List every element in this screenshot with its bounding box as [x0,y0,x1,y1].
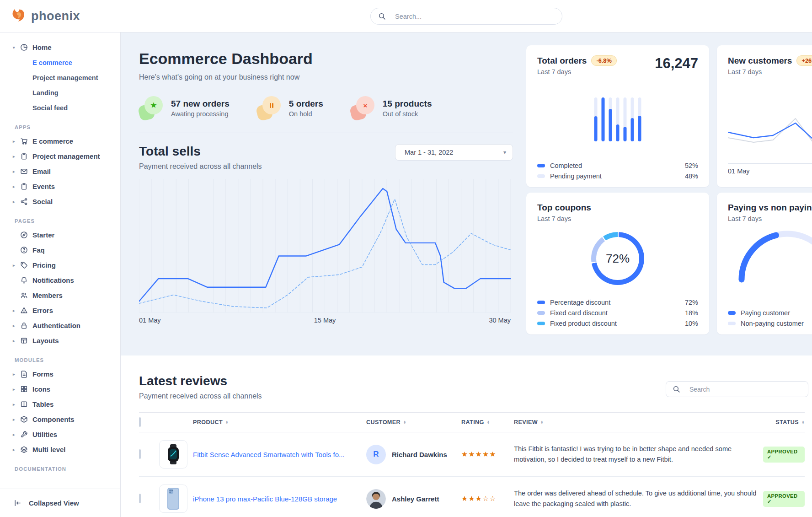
sidebar-item-label: Notifications [32,276,74,284]
paying-period: Last 7 days [728,215,812,222]
grid-icon [20,385,32,393]
caret-icon: ▸ [13,199,20,204]
row-checkbox[interactable] [139,449,141,459]
sidebar-item-starter[interactable]: Starter [0,227,120,242]
sidebar-item-notifications[interactable]: Notifications [0,273,120,288]
sidebar-item-e-commerce[interactable]: ▸E commerce [0,134,120,149]
paying-title: Paying vs non paying [728,203,812,213]
sort-icon: ▲▼ [801,420,805,424]
date-range-select[interactable]: Mar 1 - 31, 2022 ▾ [395,144,513,161]
sidebar-item-label: Members [32,291,63,299]
caret-icon: ▸ [13,387,20,392]
sidebar-item-email[interactable]: ▸Email [0,164,120,179]
warning-triangle-icon [20,307,32,314]
legend-swatch [537,322,545,325]
sidebar-item-social-feed[interactable]: Social feed [0,100,120,115]
sidebar-item-members[interactable]: Members [0,288,120,303]
brand-name: phoenix [31,9,80,23]
column-header-rating[interactable]: RATING▲▼ [461,419,514,425]
sidebar-item-faq[interactable]: Faq [0,242,120,258]
caret-icon: ▸ [13,169,20,174]
caret-icon: ▸ [13,184,20,189]
sidebar-item-tables[interactable]: ▸Tables [0,397,120,412]
caret-icon: ▾ [13,45,20,50]
row-checkbox[interactable] [139,494,141,503]
product-thumbnail[interactable] [159,440,187,469]
sidebar-item-events[interactable]: ▸Events [0,179,120,194]
top-coupons-legend: Percentage discount72%Fixed card discoun… [537,299,698,327]
collapse-icon [14,499,23,507]
product-link[interactable]: Fitbit Sense Advanced Smartwatch with To… [193,451,366,458]
column-header-customer[interactable]: CUSTOMER▲▼ [366,419,461,425]
product-link[interactable]: iPhone 13 pro max-Pacific Blue-128GB sto… [193,495,366,503]
caret-icon: ▸ [13,308,20,313]
sidebar-item-landing[interactable]: Landing [0,85,120,100]
sidebar-item-social[interactable]: ▸Social [0,194,120,209]
caret-icon: ▸ [13,154,20,159]
brand[interactable]: phoenix [11,8,80,24]
stat-caption: Awating processing [171,110,230,118]
sidebar-item-home[interactable]: ▾Home [0,40,120,55]
sidebar-item-errors[interactable]: ▸Errors [0,303,120,318]
divider [728,163,812,164]
page-title: Ecommerce Dashboard [139,50,513,68]
sidebar-item-pricing[interactable]: ▸Pricing [0,258,120,273]
legend-row: Paying customer [728,309,812,317]
reviews-search[interactable] [666,381,808,397]
caret-icon: ▸ [13,432,20,437]
bell-icon [20,276,32,284]
question-circle-icon [20,246,32,254]
sidebar-item-multi-level[interactable]: ▸Multi level [0,442,120,457]
column-header-status[interactable]: STATUS▲▼ [775,419,805,425]
top-coupons-donut-chart: 72% [591,232,644,285]
top-navbar: phoenix [0,0,812,32]
x-icon: × [356,96,374,114]
new-customers-period: Last 7 days [728,68,812,75]
legend-row: Fixed card discount18% [537,309,698,317]
legend-row: Percentage discount72% [537,299,698,306]
status-badge: APPROVED ✓ [763,447,805,463]
column-header-review[interactable]: REVIEW▲▼ [514,419,763,425]
column-header-product[interactable]: PRODUCT▲▼ [193,419,366,425]
new-customers-badge: +26.5% [796,55,812,66]
global-search[interactable] [370,8,562,25]
reviews-table-header: PRODUCT▲▼CUSTOMER▲▼RATING▲▼REVIEW▲▼STATU… [139,412,805,432]
sidebar-item-project-management[interactable]: ▸Project management [0,149,120,164]
sidebar-item-utilities[interactable]: ▸Utilities [0,427,120,442]
sidebar-item-forms[interactable]: ▸Forms [0,366,120,382]
sidebar-item-layouts[interactable]: ▸Layouts [0,333,120,348]
sidebar: ▾HomeE commerceProject managementLanding… [0,32,121,517]
date-range-value: Mar 1 - 31, 2022 [405,149,453,156]
sidebar-item-label: Tables [32,400,53,408]
paying-gauge-chart [736,228,812,283]
pie-chart-icon [20,43,32,51]
sidebar-item-icons[interactable]: ▸Icons [0,382,120,397]
pause-icon [262,96,281,114]
sidebar-item-authentication[interactable]: ▸Authentication [0,318,120,333]
caret-icon: ▸ [13,372,20,377]
sidebar-item-components[interactable]: ▸Components [0,412,120,427]
chart-x-labels: 01 May 15 May 30 May [139,317,511,324]
reviews-search-input[interactable] [689,386,801,393]
caret-icon: ▸ [13,323,20,328]
sidebar-item-project-management[interactable]: Project management [0,70,120,85]
compass-icon [20,231,32,239]
total-orders-value: 16,247 [655,55,698,72]
stat-awating-processing: ★57 new ordersAwating processing [139,96,230,120]
sidebar-item-e-commerce[interactable]: E commerce [0,55,120,70]
new-customers-title: New customers [728,56,792,66]
sort-icon: ▲▼ [487,420,490,424]
sidebar-item-label: Email [32,167,51,175]
paying-card: Paying vs non paying Last 7 days Paying … [717,193,812,334]
total-orders-card: Total orders -6.8% Last 7 days 16,247 Co… [526,45,709,187]
select-all-checkbox[interactable] [139,417,141,427]
collapsed-view-toggle[interactable]: Collapsed View [0,489,120,517]
order-bar [631,97,634,141]
product-thumbnail[interactable] [159,485,187,513]
caret-icon: ▸ [13,139,20,144]
caret-icon: ▸ [13,417,20,422]
global-search-input[interactable] [395,13,555,20]
x-label-end: 30 May [489,317,511,324]
sidebar-item-label: Events [32,183,55,190]
total-orders-bar-chart [594,97,641,141]
